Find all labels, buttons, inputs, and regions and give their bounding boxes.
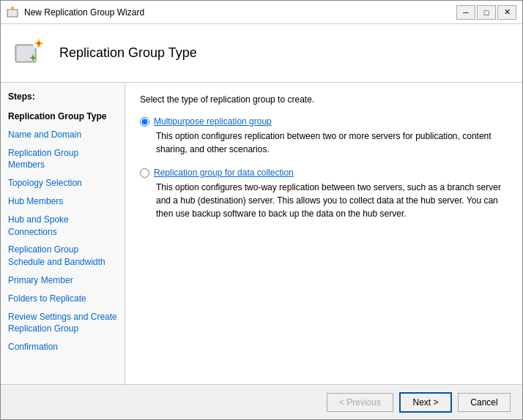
next-button[interactable]: Next >	[399, 392, 452, 413]
steps-label: Steps:	[1, 91, 125, 108]
main-instruction: Select the type of replication group to …	[140, 94, 508, 105]
sidebar-item-name-and-domain[interactable]: Name and Domain	[1, 126, 125, 144]
sidebar-item-hub-spoke-connections[interactable]: Hub and Spoke Connections	[1, 211, 125, 241]
svg-point-9	[37, 42, 40, 45]
wizard-header: Replication Group Type	[1, 24, 522, 83]
radio-multipurpose[interactable]	[140, 117, 149, 127]
sidebar-item-hub-members[interactable]: Hub Members	[1, 192, 125, 211]
window-title: New Replication Group Wizard	[24, 7, 456, 18]
option-multipurpose: Multipurpose replication group This opti…	[140, 116, 508, 156]
sidebar: Steps: Replication Group Type Name and D…	[1, 83, 125, 384]
sidebar-item-confirmation[interactable]: Confirmation	[1, 338, 125, 356]
sidebar-item-folders-to-replicate[interactable]: Folders to Replicate	[1, 290, 125, 308]
previous-button[interactable]: < Previous	[327, 393, 393, 412]
label-data-collection[interactable]: Replication group for data collection	[154, 168, 294, 178]
radio-data-collection[interactable]	[140, 168, 149, 178]
main-panel: Select the type of replication group to …	[125, 83, 522, 384]
sidebar-item-replication-group-type[interactable]: Replication Group Type	[1, 108, 125, 126]
description-data-collection: This option configures two-way replicati…	[156, 181, 508, 220]
sidebar-item-review-settings[interactable]: Review Settings and Create Replication G…	[1, 308, 125, 339]
label-multipurpose[interactable]: Multipurpose replication group	[154, 116, 272, 127]
maximize-button[interactable]: □	[477, 5, 496, 20]
sidebar-item-replication-group-members[interactable]: Replication Group Members	[1, 144, 125, 175]
cancel-button[interactable]: Cancel	[458, 393, 511, 412]
svg-rect-1	[8, 10, 17, 16]
minimize-button[interactable]: ─	[456, 5, 475, 20]
description-multipurpose: This option configures replication betwe…	[156, 130, 508, 156]
content-area: Steps: Replication Group Type Name and D…	[1, 83, 522, 384]
close-button[interactable]: ✕	[497, 5, 516, 20]
wizard-icon	[12, 36, 48, 71]
sidebar-item-replication-group-schedule[interactable]: Replication Group Schedule and Bandwidth	[1, 241, 125, 271]
wizard-window: New Replication Group Wizard ─ □ ✕	[0, 0, 523, 420]
window-icon	[7, 7, 18, 18]
option-data-collection: Replication group for data collection Th…	[140, 168, 508, 220]
svg-point-3	[12, 7, 13, 9]
title-bar: New Replication Group Wizard ─ □ ✕	[1, 1, 522, 24]
window-controls: ─ □ ✕	[456, 5, 516, 20]
sidebar-item-primary-member[interactable]: Primary Member	[1, 271, 125, 290]
page-title: Replication Group Type	[59, 45, 197, 61]
sidebar-item-topology-selection[interactable]: Topology Selection	[1, 174, 125, 192]
wizard-footer: < Previous Next > Cancel	[1, 384, 522, 419]
